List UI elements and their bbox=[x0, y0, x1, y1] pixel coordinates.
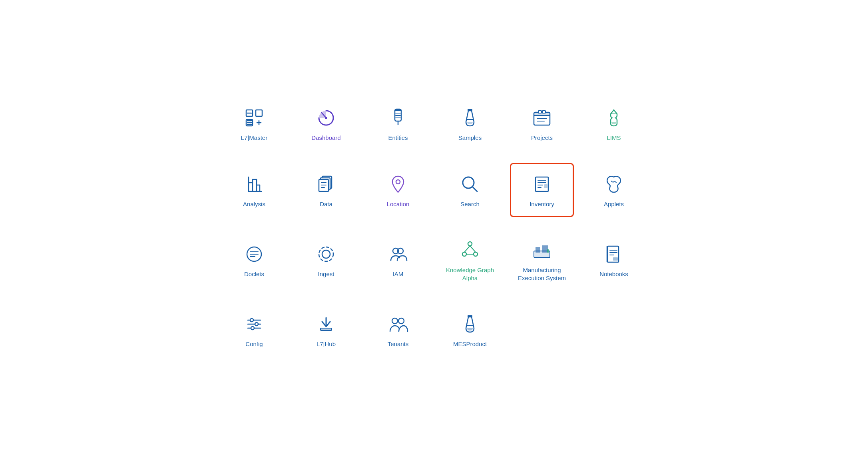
svg-rect-18 bbox=[534, 112, 550, 115]
search-icon bbox=[458, 172, 482, 196]
applets-label: Applets bbox=[604, 200, 624, 208]
svg-rect-64 bbox=[536, 247, 540, 253]
svg-line-59 bbox=[464, 246, 470, 252]
l7hub-icon bbox=[314, 312, 338, 336]
notebooks-label: Notebooks bbox=[599, 270, 628, 278]
dashboard-icon bbox=[314, 106, 338, 130]
inventory-icon bbox=[530, 172, 554, 196]
app-analysis[interactable]: Analysis bbox=[222, 163, 286, 217]
app-manufacturing-execution-system[interactable]: Manufacturing Execution System bbox=[510, 229, 574, 291]
app-l7master[interactable]: L7|Master bbox=[222, 97, 286, 151]
manufacturing-execution-system-label: Manufacturing Execution System bbox=[515, 266, 569, 282]
data-icon bbox=[314, 172, 338, 196]
app-lims[interactable]: LIMS bbox=[582, 97, 646, 151]
app-l7hub[interactable]: L7|Hub bbox=[294, 303, 358, 357]
lims-label: LIMS bbox=[607, 134, 621, 142]
app-samples[interactable]: Samples bbox=[438, 97, 502, 151]
svg-point-58 bbox=[474, 252, 478, 256]
app-mesproduct[interactable]: MESProduct bbox=[438, 303, 502, 357]
projects-label: Projects bbox=[531, 134, 553, 142]
svg-point-77 bbox=[250, 319, 253, 322]
svg-point-79 bbox=[251, 327, 254, 330]
projects-icon bbox=[530, 106, 554, 130]
analysis-label: Analysis bbox=[243, 200, 265, 208]
svg-point-57 bbox=[462, 252, 466, 256]
app-applets[interactable]: Applets bbox=[582, 163, 646, 217]
location-icon bbox=[386, 172, 410, 196]
app-search[interactable]: Search bbox=[438, 163, 502, 217]
svg-point-82 bbox=[392, 318, 398, 324]
app-entities[interactable]: Entities bbox=[366, 97, 430, 151]
app-grid: L7|Master Dashboard Entities bbox=[222, 97, 646, 357]
samples-icon bbox=[458, 106, 482, 130]
iam-icon bbox=[386, 242, 410, 266]
notebooks-icon bbox=[602, 242, 626, 266]
applets-icon bbox=[602, 172, 626, 196]
svg-line-41 bbox=[472, 187, 477, 191]
svg-point-9 bbox=[325, 117, 327, 119]
knowledge-graph-alpha-icon bbox=[458, 238, 482, 262]
samples-label: Samples bbox=[458, 134, 482, 142]
svg-rect-23 bbox=[542, 111, 545, 113]
ingest-icon bbox=[314, 242, 338, 266]
tenants-icon bbox=[386, 312, 410, 336]
l7master-label: L7|Master bbox=[241, 134, 267, 142]
doclets-label: Doclets bbox=[244, 270, 264, 278]
app-tenants[interactable]: Tenants bbox=[366, 303, 430, 357]
app-doclets[interactable]: Doclets bbox=[222, 229, 286, 291]
lims-icon bbox=[602, 106, 626, 130]
data-label: Data bbox=[320, 200, 332, 208]
tenants-label: Tenants bbox=[388, 340, 409, 348]
svg-point-53 bbox=[322, 250, 330, 258]
svg-rect-73 bbox=[613, 257, 618, 261]
knowledge-graph-alpha-label: Knowledge Graph Alpha bbox=[443, 266, 497, 282]
svg-point-56 bbox=[468, 242, 472, 246]
config-label: Config bbox=[245, 340, 263, 348]
app-projects[interactable]: Projects bbox=[510, 97, 574, 151]
l7hub-label: L7|Hub bbox=[317, 340, 336, 348]
app-config[interactable]: Config bbox=[222, 303, 286, 357]
config-icon bbox=[242, 312, 266, 336]
doclets-icon bbox=[242, 242, 266, 266]
svg-point-39 bbox=[396, 180, 400, 184]
ingest-label: Ingest bbox=[318, 270, 334, 278]
l7master-icon bbox=[242, 106, 266, 130]
app-data[interactable]: Data bbox=[294, 163, 358, 217]
svg-rect-66 bbox=[547, 249, 549, 253]
svg-rect-1 bbox=[256, 110, 262, 116]
entities-label: Entities bbox=[388, 134, 408, 142]
app-location[interactable]: Location bbox=[366, 163, 430, 217]
app-inventory[interactable]: Inventory bbox=[510, 163, 574, 217]
location-label: Location bbox=[387, 200, 410, 208]
iam-label: IAM bbox=[393, 270, 404, 278]
svg-rect-11 bbox=[395, 110, 401, 111]
app-iam[interactable]: IAM bbox=[366, 229, 430, 291]
mesproduct-label: MESProduct bbox=[453, 340, 487, 348]
dashboard-label: Dashboard bbox=[311, 134, 340, 142]
svg-rect-22 bbox=[538, 111, 542, 113]
svg-point-78 bbox=[255, 323, 258, 326]
svg-point-52 bbox=[319, 247, 333, 261]
app-dashboard[interactable]: Dashboard bbox=[294, 97, 358, 151]
manufacturing-execution-system-icon bbox=[530, 238, 554, 262]
entities-icon bbox=[386, 106, 410, 130]
app-knowledge-graph-alpha[interactable]: Knowledge Graph Alpha bbox=[438, 229, 502, 291]
mesproduct-icon bbox=[458, 312, 482, 336]
search-label: Search bbox=[460, 200, 480, 208]
svg-line-60 bbox=[470, 246, 476, 252]
app-ingest[interactable]: Ingest bbox=[294, 229, 358, 291]
inventory-label: Inventory bbox=[530, 200, 554, 208]
svg-rect-47 bbox=[544, 184, 547, 188]
svg-rect-69 bbox=[606, 246, 608, 262]
app-notebooks[interactable]: Notebooks bbox=[582, 229, 646, 291]
svg-point-83 bbox=[398, 318, 404, 324]
analysis-icon bbox=[242, 172, 266, 196]
